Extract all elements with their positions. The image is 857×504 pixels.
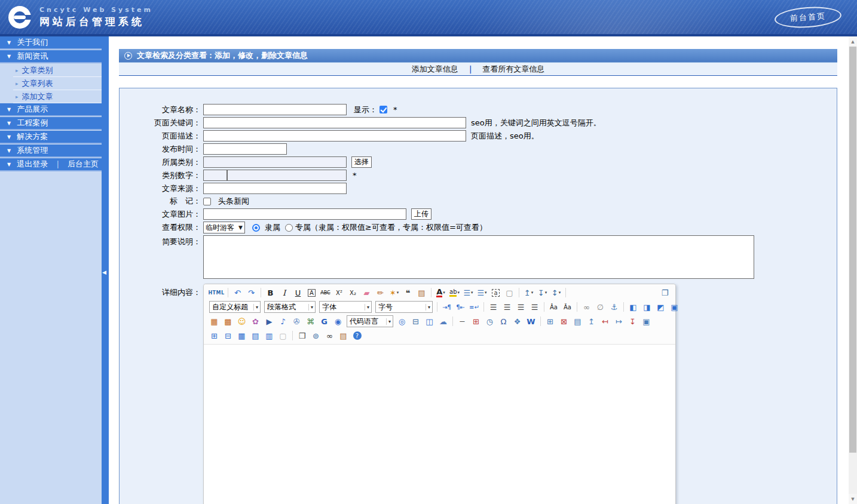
line-height-button[interactable]: ↕▾ [549,286,563,299]
insert-media-button[interactable]: ◉ [331,315,345,328]
insert-layout-button[interactable]: ◫ [423,315,436,328]
emoticon-button[interactable]: ☺ [235,315,249,328]
split-cols-button[interactable]: ▥ [262,329,276,342]
image-align-right-button[interactable]: ◨ [640,300,654,314]
format-brush-button[interactable]: ✏ [374,286,387,299]
summary-textarea[interactable] [203,235,754,279]
remove-format-eraser-button[interactable]: ▰ [360,286,374,299]
highlight-color-button[interactable]: ab▾ [448,286,461,299]
merge-cell-right-button[interactable]: ⊞ [207,329,221,342]
sidebar-subitem-add-article[interactable]: ▸ 添加文章 [13,90,102,103]
source-input[interactable] [203,183,347,194]
anchor-text-button[interactable]: a [489,286,503,299]
sidebar-item-about[interactable]: ▼ 关于我们 [0,36,102,50]
blockquote-button[interactable]: ❝ [401,286,415,299]
scrollbar-thumb[interactable] [849,47,856,453]
remove-link-button[interactable]: ∅ [593,300,607,314]
insert-image-button[interactable]: ▦ [207,315,221,328]
print-button[interactable]: ❒ [295,329,309,342]
sidebar-subitem-article-list[interactable]: ▸ 文章列表 [13,77,102,90]
collapse-arrow-icon[interactable]: ◀ [102,269,106,275]
google-map-button[interactable]: G [317,315,331,328]
exclusive-radio[interactable] [285,224,293,232]
find-replace-button[interactable]: ∞ [323,329,336,342]
scroll-down-button[interactable]: ▼ [849,494,857,504]
scroll-up-button[interactable]: ▲ [849,36,857,47]
font-color-button[interactable]: A▾ [434,286,448,299]
indent-decrease-button[interactable]: ¶⇤ [454,300,467,314]
superscript-button[interactable]: X² [332,286,346,299]
page-break-button[interactable]: ⊟ [409,315,423,328]
insert-code-button[interactable]: ◎ [395,315,409,328]
bold-button[interactable]: B [264,286,277,299]
anchor-button[interactable]: ⚓ [607,300,621,314]
tab-add-article[interactable]: 添加文章信息 [412,64,458,75]
publish-time-input[interactable] [203,143,287,155]
help-button[interactable]: ? [350,329,364,342]
align-left-button[interactable]: ☰ [486,300,500,314]
font-family-select[interactable]: 字体▾ [319,301,372,313]
art-text-button[interactable]: ✿ [249,315,262,328]
font-size-select[interactable]: 字号▾ [375,301,433,313]
insert-music-button[interactable]: ♪ [276,315,290,328]
paragraph-space-top-button[interactable]: ↥▾ [522,286,535,299]
italic-button[interactable]: I [277,286,291,299]
image-block-center-button[interactable]: ▣ [668,300,681,314]
article-name-input[interactable] [203,104,347,115]
custom-heading-select[interactable]: 自定义标题▾ [209,301,261,313]
sidebar-item-system[interactable]: ▼ 系统管理 [0,145,102,158]
horizontal-rule-button[interactable]: ─ [455,315,469,328]
split-rows-button[interactable]: ▤ [249,329,262,342]
new-document-button[interactable]: ▢ [503,286,516,299]
undo-button[interactable]: ↶ [231,286,244,299]
tab-view-articles[interactable]: 查看所有文章信息 [482,64,544,75]
editor-content-area[interactable] [204,345,675,504]
sidebar-item-projects[interactable]: ▼ 工程案例 [0,117,102,130]
frontend-home-button[interactable]: 前台首页 [774,5,842,30]
sidebar-item-news[interactable]: ▼ 新闻资讯 [0,50,102,63]
category-number-input-1[interactable] [203,170,227,181]
insert-time-button[interactable]: ◷ [483,315,497,328]
insert-row-below-button[interactable]: ↧ [626,315,639,328]
subscript-button[interactable]: X₂ [346,286,360,299]
image-block-left-button[interactable]: ◩ [654,300,668,314]
paste-as-text-button[interactable]: ▤ [415,286,428,299]
paragraph-format-select[interactable]: 段落格式▾ [264,301,316,313]
fullscreen-button[interactable]: ❐ [658,286,672,299]
code-language-select[interactable]: 代码语言▾ [347,315,393,327]
image-align-left-button[interactable]: ◧ [626,300,640,314]
align-right-button[interactable]: ☰ [514,300,528,314]
keywords-input[interactable] [203,117,466,128]
vertical-scrollbar[interactable]: ▲ ▼ [849,36,857,504]
insert-link-button[interactable]: ∞ [580,300,593,314]
description-input[interactable] [203,130,466,142]
indent-increase-button[interactable]: ⇥¶ [440,300,454,314]
category-number-input-2[interactable] [227,170,347,181]
batch-upload-images-button[interactable]: ▩ [221,315,235,328]
sidebar-item-products[interactable]: ▼ 产品展示 [0,103,102,116]
quick-format-wand-button[interactable]: ✶▾ [387,286,401,299]
redo-button[interactable]: ↷ [244,286,258,299]
table-properties-button[interactable]: ▤ [571,315,584,328]
baidu-app-button[interactable]: ❖ [510,315,524,328]
image-upload-button[interactable]: 上传 [411,208,431,220]
subordinate-radio[interactable] [252,224,260,232]
import-word-button[interactable]: W [524,315,538,328]
delete-table-button[interactable]: ⊠ [557,315,571,328]
display-checkbox[interactable] [379,106,387,113]
strikethrough-button[interactable]: ABC [319,286,332,299]
merge-cells-button[interactable]: ▣ [639,315,653,328]
font-style-button[interactable]: A [305,286,319,299]
sidebar-item-solutions[interactable]: ▼ 解决方案 [0,131,102,144]
merge-cell-down-button[interactable]: ⊟ [221,329,235,342]
align-center-button[interactable]: ☰ [500,300,514,314]
split-cells-button[interactable]: ▦ [235,329,249,342]
insert-row-above-button[interactable]: ↥ [584,315,598,328]
ordered-list-button[interactable]: ☰▾ [461,286,475,299]
unordered-list-button[interactable]: ☰▾ [475,286,489,299]
preview-button[interactable]: ⊚ [309,329,323,342]
clear-document-button[interactable]: ▢ [276,329,290,342]
category-select-button[interactable]: 选择 [351,156,372,168]
permission-select[interactable]: 临时游客 ▼ [203,222,245,233]
fetch-remote-images-button[interactable]: ☁ [436,315,450,328]
